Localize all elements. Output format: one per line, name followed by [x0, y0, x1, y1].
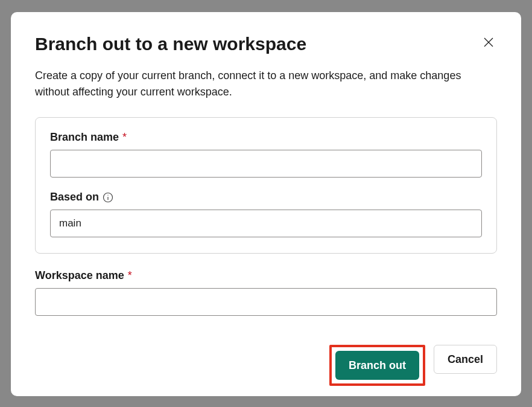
- workspace-name-label: Workspace name *: [35, 269, 497, 282]
- workspace-name-field: Workspace name *: [35, 269, 497, 316]
- primary-button-highlight: Branch out: [329, 345, 425, 386]
- branch-name-label-text: Branch name: [50, 131, 119, 144]
- workspace-name-input[interactable]: [35, 288, 497, 316]
- dialog-description: Create a copy of your current branch, co…: [35, 68, 497, 100]
- based-on-label-text: Based on: [50, 191, 99, 204]
- based-on-input[interactable]: [50, 210, 482, 237]
- branch-fields-group: Branch name * Based on: [35, 117, 497, 254]
- based-on-label: Based on: [50, 191, 482, 204]
- close-icon: [483, 41, 495, 50]
- dialog-footer: Branch out Cancel: [35, 329, 497, 386]
- required-indicator: *: [122, 131, 127, 144]
- dialog-header: Branch out to a new workspace: [35, 34, 497, 54]
- branch-name-label: Branch name *: [50, 131, 482, 144]
- branch-name-field: Branch name *: [50, 131, 482, 178]
- svg-point-4: [107, 194, 108, 195]
- branch-out-dialog: Branch out to a new workspace Create a c…: [11, 12, 521, 396]
- workspace-name-label-text: Workspace name: [35, 269, 124, 282]
- info-icon[interactable]: [103, 192, 113, 203]
- branch-out-button[interactable]: Branch out: [335, 351, 419, 380]
- close-button[interactable]: [480, 34, 497, 53]
- branch-name-input[interactable]: [50, 150, 482, 178]
- dialog-title: Branch out to a new workspace: [35, 34, 306, 54]
- required-indicator: *: [128, 269, 132, 282]
- cancel-button[interactable]: Cancel: [434, 345, 497, 374]
- based-on-field: Based on: [50, 191, 482, 237]
